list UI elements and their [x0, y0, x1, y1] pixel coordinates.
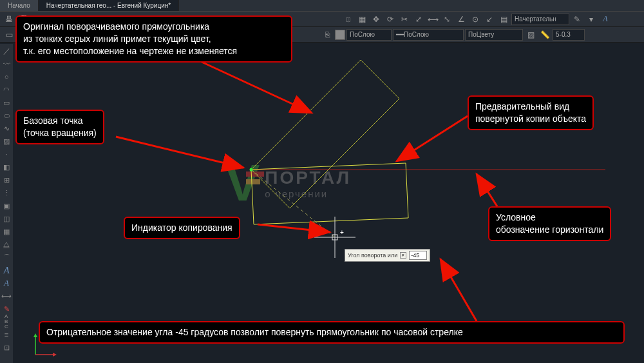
rotation-tracking-line	[251, 170, 335, 237]
annotation-preview: Предварительный вид повернутой копии объ…	[468, 95, 594, 130]
rotated-copy-rectangle	[251, 163, 408, 224]
prop-match-icon[interactable]: ⎘	[321, 28, 334, 41]
color-combo[interactable]: ПоСлою	[346, 29, 392, 41]
circle-icon[interactable]: ○	[1, 71, 12, 83]
hatch-tool-icon[interactable]: ▨	[1, 135, 12, 147]
lineweight-combo[interactable]: 5-0.3	[553, 29, 585, 41]
polyline-icon[interactable]: 〰	[1, 58, 12, 70]
dim-linear-icon[interactable]: ⟷	[426, 13, 439, 26]
table-tool-icon[interactable]: ▦	[1, 226, 12, 237]
annotation-base-point: Базовая точка (точка вращения)	[15, 110, 104, 144]
line-icon[interactable]: ／	[1, 45, 12, 57]
wipeout-icon[interactable]: ◫	[1, 213, 12, 224]
annotation-original-rect: Оригинал поворачиваемого прямоугольника …	[15, 15, 292, 63]
layer-combo[interactable]: Начертательн	[511, 14, 569, 25]
measure-icon[interactable]: 📏	[538, 28, 551, 41]
dim-angle-icon[interactable]: ∠	[455, 13, 468, 26]
layers-icon[interactable]: ≡	[1, 329, 12, 340]
linetype-combo[interactable]: ━━ ПоСлою	[393, 29, 464, 41]
tab-document[interactable]: Начертательная гео... - Евгений Курицин*	[39, 0, 179, 11]
dim-align-icon[interactable]: ⤡	[440, 13, 453, 26]
spline-icon[interactable]: ∿	[1, 123, 12, 134]
trim-icon[interactable]: ✂	[398, 13, 411, 26]
annotation-horizontal: Условное обозначение горизонтали	[488, 206, 611, 241]
copy-indicator-glyph: +	[340, 229, 344, 236]
rectangle-icon[interactable]: ▭	[1, 97, 12, 108]
annotation-copy-indicator: Индикатор копирования	[124, 217, 240, 239]
tab-start[interactable]: Начало	[0, 0, 39, 11]
block-icon[interactable]: ◧	[1, 161, 12, 173]
angle-input-label: Угол поворота или	[348, 252, 397, 259]
dropdown-icon[interactable]: ▾	[585, 13, 598, 26]
rotate-icon[interactable]: ⟳	[384, 13, 397, 26]
arc-icon[interactable]: ◠	[1, 84, 12, 95]
stack-icon[interactable]: ABC	[1, 316, 12, 328]
point-icon[interactable]: ·	[1, 148, 12, 160]
svg-marker-8	[53, 353, 57, 357]
array-icon[interactable]: ▦	[355, 13, 368, 26]
region-icon[interactable]: ▣	[1, 200, 12, 211]
table-icon[interactable]: ▤	[497, 13, 510, 26]
insert-icon[interactable]: ⊞	[1, 174, 12, 186]
dim-tool-icon[interactable]: ⟷	[1, 290, 12, 302]
divide-icon[interactable]: ⋮	[1, 187, 12, 199]
mtext-icon[interactable]: A	[1, 264, 12, 276]
text-tool-icon[interactable]: A	[1, 277, 12, 289]
color-swatch[interactable]	[335, 30, 345, 40]
plot-combo[interactable]: ПоЦвету	[465, 29, 523, 41]
base-point-marker	[250, 168, 253, 172]
fillet-icon[interactable]: ⌒	[1, 251, 12, 263]
layer-props-icon[interactable]: ✎	[571, 13, 583, 26]
text-icon[interactable]: A	[599, 13, 612, 26]
properties-icon[interactable]: ⊡	[1, 342, 12, 353]
hatch-icon[interactable]: ▨	[524, 28, 537, 41]
svg-marker-1	[251, 163, 408, 224]
mirror-icon[interactable]: ⧋	[1, 239, 12, 250]
angle-input-tooltip: Угол поворота или ▾	[345, 249, 430, 262]
move-icon[interactable]: ✥	[370, 13, 383, 26]
svg-marker-7	[33, 333, 37, 337]
offset-icon[interactable]: ⎅	[341, 13, 354, 26]
geometry-svg: +	[13, 44, 644, 363]
svg-marker-0	[251, 60, 399, 208]
new-icon[interactable]: ▭	[3, 28, 15, 41]
left-toolbar: ／ 〰 ○ ◠ ▭ ⬭ ∿ ▨ · ◧ ⊞ ⋮ ▣ ◫ ▦ ⧋ ⌒ A A ⟷ …	[0, 44, 13, 363]
leader-icon[interactable]: ↙	[483, 13, 496, 26]
annotation-negative-angle: Отрицательное значение угла -45 градусов…	[39, 321, 625, 344]
drawing-canvas[interactable]: V ПОРТАЛ о черчении + Угол поворота	[13, 44, 644, 363]
print-icon[interactable]: 🖶	[3, 13, 15, 26]
angle-dropdown-icon[interactable]: ▾	[400, 252, 406, 259]
dim-radius-icon[interactable]: ⊙	[469, 13, 482, 26]
extend-icon[interactable]: ⤢	[412, 13, 425, 26]
ellipse-icon[interactable]: ⬭	[1, 110, 12, 121]
original-rectangle	[251, 60, 399, 208]
angle-input-field[interactable]	[409, 251, 427, 260]
document-tabs: Начало Начертательная гео... - Евгений К…	[0, 0, 644, 12]
